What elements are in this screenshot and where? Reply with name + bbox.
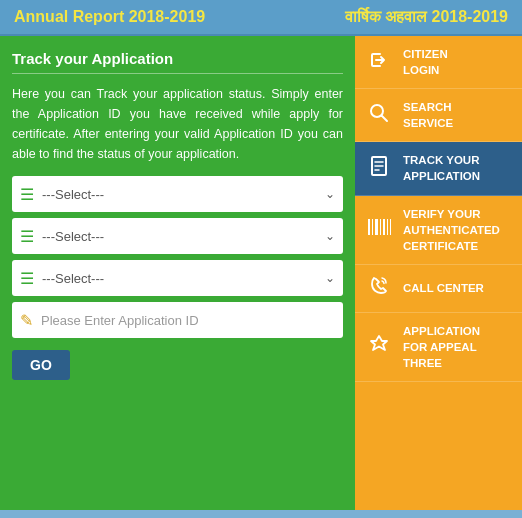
header-right-title: वार्षिक अहवाल 2018-2019 xyxy=(345,8,508,26)
application-id-row: ✎ xyxy=(12,302,343,338)
go-button[interactable]: GO xyxy=(12,350,70,380)
sidebar-item-call-center[interactable]: CALL CENTER xyxy=(355,265,522,313)
svg-rect-8 xyxy=(375,219,378,235)
search-service-label: SEARCHSERVICE xyxy=(403,99,453,131)
left-panel: Track your Application Here you can Trac… xyxy=(0,36,355,510)
appeal-icon xyxy=(365,333,393,360)
phone-icon xyxy=(365,275,393,302)
list-icon-1: ☰ xyxy=(20,185,34,204)
search-icon xyxy=(365,102,393,129)
application-id-input[interactable] xyxy=(41,313,335,328)
svg-rect-12 xyxy=(390,219,391,235)
select3-row: ☰ ---Select--- ⌄ xyxy=(12,260,343,296)
list-icon-2: ☰ xyxy=(20,227,34,246)
select1-row: ☰ ---Select--- ⌄ xyxy=(12,176,343,212)
select2-row: ☰ ---Select--- ⌄ xyxy=(12,218,343,254)
svg-rect-10 xyxy=(383,219,385,235)
application-appeal-label: APPLICATIONFOR APPEALTHREE xyxy=(403,323,480,371)
chevron-icon-3: ⌄ xyxy=(325,271,335,285)
pencil-icon: ✎ xyxy=(20,311,33,330)
select2-dropdown[interactable]: ---Select--- xyxy=(42,229,325,244)
call-center-label: CALL CENTER xyxy=(403,280,484,296)
svg-line-1 xyxy=(382,115,388,121)
document-icon xyxy=(365,155,393,182)
svg-rect-9 xyxy=(380,219,381,235)
sidebar-item-track-application[interactable]: TRACK YOURAPPLICATION xyxy=(355,142,522,195)
header-left-title: Annual Report 2018-2019 xyxy=(14,8,205,26)
svg-rect-11 xyxy=(387,219,388,235)
select1-dropdown[interactable]: ---Select--- xyxy=(42,187,325,202)
chevron-icon-2: ⌄ xyxy=(325,229,335,243)
svg-rect-6 xyxy=(368,219,370,235)
sidebar-item-citizen-login[interactable]: CITIZENLOGIN xyxy=(355,36,522,89)
main-content: Track your Application Here you can Trac… xyxy=(0,36,522,510)
select3-dropdown[interactable]: ---Select--- xyxy=(42,271,325,286)
list-icon-3: ☰ xyxy=(20,269,34,288)
header: Annual Report 2018-2019 वार्षिक अहवाल 20… xyxy=(0,0,522,36)
track-application-label: TRACK YOURAPPLICATION xyxy=(403,152,480,184)
chevron-icon-1: ⌄ xyxy=(325,187,335,201)
sidebar-item-search-service[interactable]: SEARCHSERVICE xyxy=(355,89,522,142)
citizen-login-label: CITIZENLOGIN xyxy=(403,46,448,78)
sidebar-item-application-appeal[interactable]: APPLICATIONFOR APPEALTHREE xyxy=(355,313,522,382)
right-panel: CITIZENLOGIN SEARCHSERVICE xyxy=(355,36,522,510)
verify-certificate-label: VERIFY YOURAUTHENTICATEDCERTIFICATE xyxy=(403,206,500,254)
svg-rect-7 xyxy=(372,219,373,235)
barcode-icon xyxy=(365,217,393,242)
login-icon xyxy=(365,49,393,76)
left-panel-heading: Track your Application xyxy=(12,50,343,74)
sidebar-item-verify-certificate[interactable]: VERIFY YOURAUTHENTICATEDCERTIFICATE xyxy=(355,196,522,265)
left-panel-description: Here you can Track your application stat… xyxy=(12,84,343,164)
